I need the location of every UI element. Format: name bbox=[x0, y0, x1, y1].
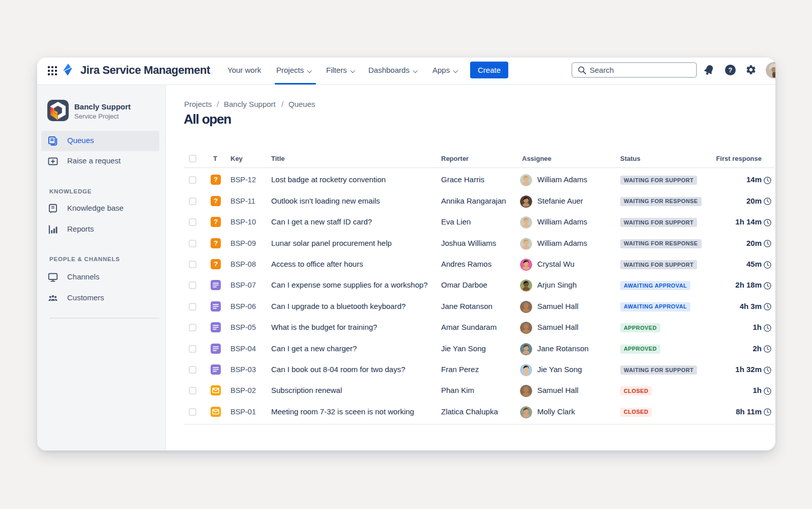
svg-text:?: ? bbox=[729, 66, 733, 74]
